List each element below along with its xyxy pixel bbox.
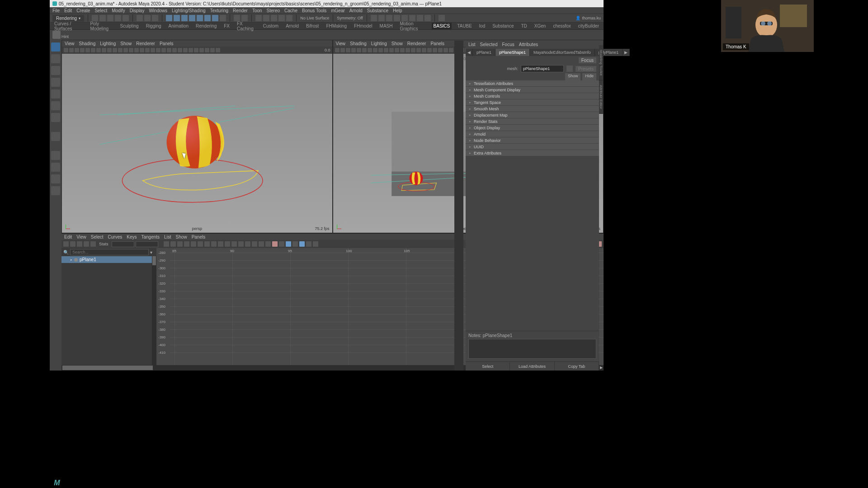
menu-substance[interactable]: Substance: [367, 8, 388, 13]
shelf-tab[interactable]: Sculpting: [118, 23, 141, 29]
menu-edit[interactable]: Edit: [64, 8, 72, 13]
snap-center-icon[interactable]: [212, 15, 218, 21]
vp-icon[interactable]: [140, 48, 144, 52]
menu-stereo[interactable]: Stereo: [267, 8, 280, 13]
select-mode-icon[interactable]: [137, 15, 143, 21]
ge-icon[interactable]: [90, 241, 96, 247]
vp-icon[interactable]: [80, 48, 85, 52]
rotate-tool-icon[interactable]: [51, 66, 60, 75]
snap-point-icon[interactable]: [181, 15, 188, 21]
ge-icon[interactable]: [191, 241, 196, 247]
shelf-tab[interactable]: TAUBE: [455, 23, 474, 29]
hypershade-icon[interactable]: [271, 15, 277, 21]
ge-list-item[interactable]: pPlane1: [61, 256, 156, 263]
shelf-tab[interactable]: MASH: [378, 23, 395, 29]
ge-icon[interactable]: [204, 241, 210, 247]
vp-icon[interactable]: [167, 48, 171, 52]
vp-icon[interactable]: [335, 48, 340, 52]
shelf-tab[interactable]: Custom: [261, 23, 280, 29]
stats-field[interactable]: [112, 241, 134, 247]
snap-live-icon[interactable]: [197, 15, 203, 21]
vp-menu-item[interactable]: View: [65, 41, 75, 46]
vp-menu-item[interactable]: Shading: [79, 41, 96, 46]
ge-icon[interactable]: [211, 241, 217, 247]
scroll-thumb[interactable]: [62, 366, 153, 370]
ae-section[interactable]: Tangent Space: [466, 99, 599, 106]
filter-icon[interactable]: [566, 66, 573, 72]
vp-icon[interactable]: [416, 48, 421, 52]
vp-icon[interactable]: [406, 48, 410, 52]
ge-icon[interactable]: [306, 241, 311, 247]
mesh-name-field[interactable]: [521, 65, 564, 72]
ae-header-item[interactable]: List: [468, 42, 476, 47]
ge-icon[interactable]: [299, 241, 305, 247]
vp-menu-item[interactable]: Show: [392, 41, 403, 46]
layout-single-icon[interactable]: [371, 15, 377, 21]
outliner-toggle-icon[interactable]: [51, 186, 60, 195]
lasso-tool-icon[interactable]: [51, 89, 60, 99]
move-tool-icon[interactable]: [51, 54, 60, 63]
menu-display[interactable]: Display: [130, 8, 145, 13]
viewport-canvas[interactable]: persp 75.2 fps: [62, 54, 332, 233]
ge-menu-item[interactable]: Curves: [108, 235, 123, 239]
vp-icon[interactable]: [210, 48, 215, 52]
vp-icon[interactable]: [199, 48, 204, 52]
search-dropdown-icon[interactable]: ▾: [150, 250, 155, 255]
ge-scrollbar[interactable]: [152, 256, 156, 365]
menu-cache[interactable]: Cache: [284, 8, 297, 13]
shelf-tab[interactable]: chessfox: [551, 23, 572, 29]
shelf-item-icon[interactable]: [52, 31, 61, 39]
sync-icon[interactable]: [439, 15, 445, 21]
redo-icon[interactable]: [123, 15, 129, 21]
ge-icon[interactable]: [84, 241, 89, 247]
menu-toon[interactable]: Toon: [252, 8, 262, 13]
ge-menu-item[interactable]: View: [76, 235, 86, 239]
notes-textarea[interactable]: [468, 339, 596, 359]
ge-menu-item[interactable]: Show: [176, 235, 187, 239]
layout-single-pane-icon[interactable]: [51, 151, 60, 160]
shelf-tab[interactable]: Rigging: [144, 23, 163, 29]
scroll-right-icon[interactable]: ▶: [599, 365, 604, 371]
vp-icon[interactable]: [411, 48, 415, 52]
vp-icon[interactable]: [75, 48, 79, 52]
vp-icon[interactable]: [378, 48, 383, 52]
ge-icon[interactable]: [265, 241, 271, 247]
shelf-tab[interactable]: TD: [519, 23, 528, 29]
vp-icon[interactable]: [373, 48, 377, 52]
ge-icon[interactable]: [63, 241, 69, 247]
tab-scroll-right-icon[interactable]: ▶: [623, 49, 630, 56]
shelf-tab[interactable]: Motion Graphics: [398, 20, 428, 32]
shelf-tab[interactable]: Curves / Surfaces: [52, 20, 85, 32]
vp-icon[interactable]: [134, 48, 139, 52]
presets-button[interactable]: Presets: [576, 66, 596, 72]
menu-windows[interactable]: Windows: [149, 8, 167, 13]
make-live-icon[interactable]: [220, 15, 226, 21]
ge-menu-item[interactable]: Tangents: [141, 235, 160, 239]
ge-icon[interactable]: [292, 241, 298, 247]
render-view-icon[interactable]: [286, 15, 292, 21]
vp-icon[interactable]: [340, 48, 345, 52]
snap-grid-icon[interactable]: [166, 15, 172, 21]
vp-icon[interactable]: [102, 48, 106, 52]
vp-menu-item[interactable]: View: [336, 41, 346, 46]
ae-header-item[interactable]: Focus: [502, 42, 514, 47]
copy-tab-button[interactable]: Copy Tab: [555, 362, 599, 371]
shelf-tab[interactable]: Substance: [491, 23, 515, 29]
vp-icon[interactable]: [178, 48, 182, 52]
vp-menu-item[interactable]: Shading: [350, 41, 367, 46]
vp-icon[interactable]: [145, 48, 150, 52]
vp-icon[interactable]: [172, 48, 177, 52]
shelf-tab[interactable]: Poly Modeling: [88, 20, 114, 32]
light-editor-icon[interactable]: [278, 15, 285, 21]
vp-menu-item[interactable]: Show: [120, 41, 132, 46]
ge-icon[interactable]: [279, 241, 284, 247]
vp-icon[interactable]: [161, 48, 166, 52]
ge-icon[interactable]: [231, 241, 237, 247]
vp-icon[interactable]: [96, 48, 101, 52]
ge-icon[interactable]: [286, 241, 291, 247]
ae-section[interactable]: UUID: [466, 144, 599, 150]
shelf-tab[interactable]: Animation: [167, 23, 190, 29]
layout-four-pane-icon[interactable]: [51, 174, 60, 183]
ge-menu-item[interactable]: Select: [91, 235, 104, 239]
ae-section[interactable]: Mesh Controls: [466, 93, 599, 99]
